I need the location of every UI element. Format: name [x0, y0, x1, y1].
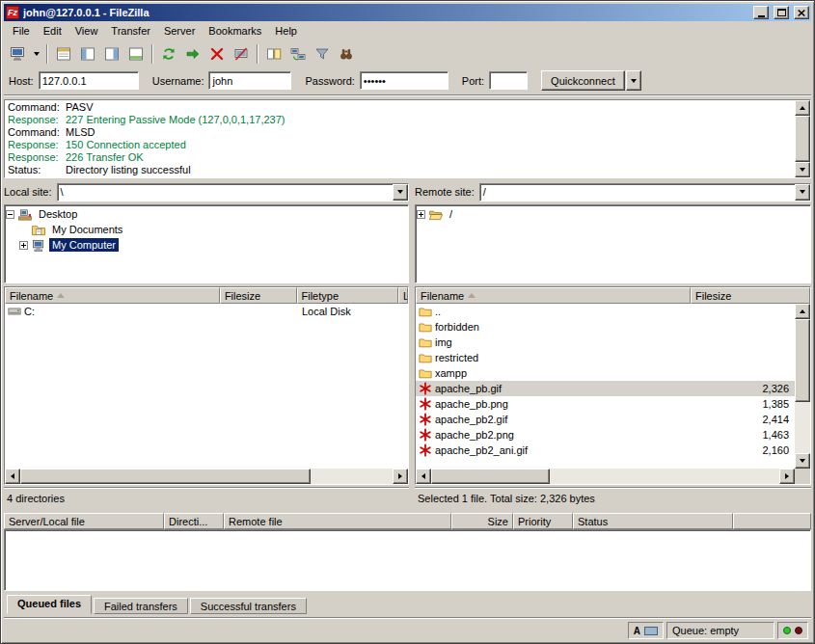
- scrollbar-track[interactable]: [795, 116, 810, 162]
- remote-file-row[interactable]: apache_pb2.gif 2,414: [416, 412, 795, 427]
- log-scrollbar[interactable]: [795, 100, 810, 177]
- local-site-combobox[interactable]: \: [57, 183, 409, 201]
- toggle-message-log-button[interactable]: [52, 43, 75, 65]
- scrollbar-thumb[interactable]: [20, 469, 311, 484]
- quickconnect-button[interactable]: Quickconnect: [541, 70, 625, 91]
- filter-button[interactable]: [311, 43, 334, 65]
- tree-item-my-computer[interactable]: My Computer: [19, 237, 407, 253]
- expand-icon[interactable]: [417, 210, 425, 219]
- menu-edit[interactable]: Edit: [37, 22, 68, 40]
- username-input[interactable]: [208, 71, 291, 90]
- remote-horizontal-scrollbar[interactable]: [416, 469, 795, 484]
- site-manager-button[interactable]: [6, 43, 29, 65]
- remote-site-dropdown-button[interactable]: [795, 184, 810, 201]
- remote-site-combobox[interactable]: /: [479, 183, 811, 201]
- column-header-direction[interactable]: Directi...: [164, 513, 224, 529]
- scroll-up-button[interactable]: [795, 304, 810, 319]
- collapse-icon[interactable]: [6, 210, 14, 219]
- scrollbar-track[interactable]: [20, 469, 393, 484]
- tab-queued-files[interactable]: Queued files: [7, 595, 92, 614]
- password-input[interactable]: [360, 71, 448, 90]
- site-manager-dropdown-button[interactable]: [30, 43, 42, 65]
- menu-server[interactable]: Server: [157, 22, 202, 40]
- column-label: Filename: [421, 290, 464, 302]
- titlebar[interactable]: Fz john@127.0.0.1 - FileZilla: [4, 4, 811, 21]
- refresh-button[interactable]: [157, 43, 180, 65]
- scroll-down-button[interactable]: [795, 162, 810, 177]
- arrow-left-icon: [421, 473, 425, 479]
- quickconnect-dropdown-button[interactable]: [626, 70, 641, 91]
- remote-file-row[interactable]: ..: [416, 304, 795, 319]
- toggle-remote-tree-button[interactable]: [100, 43, 123, 65]
- menu-file[interactable]: File: [6, 22, 37, 40]
- column-header-priority[interactable]: Priority: [513, 513, 573, 529]
- disconnect-button[interactable]: [230, 43, 253, 65]
- synchronized-browsing-button[interactable]: [286, 43, 310, 65]
- scrollbar-track[interactable]: [795, 319, 810, 453]
- toggle-queue-button[interactable]: [124, 43, 148, 65]
- scrollbar-thumb[interactable]: [795, 319, 810, 402]
- horizontal-splitter[interactable]: [4, 506, 811, 513]
- column-header-status[interactable]: Status: [573, 513, 733, 529]
- remote-file-row[interactable]: forbidden: [416, 319, 795, 335]
- column-header-last-modified[interactable]: L: [398, 287, 408, 304]
- tree-item-my-documents[interactable]: My Documents: [19, 222, 407, 237]
- scroll-right-button[interactable]: [393, 469, 408, 484]
- folder-icon: [418, 320, 433, 334]
- scroll-up-button[interactable]: [795, 100, 810, 116]
- arrow-down-icon: [800, 459, 805, 463]
- menu-transfer[interactable]: Transfer: [104, 22, 157, 40]
- find-button[interactable]: [335, 43, 358, 65]
- port-input[interactable]: [489, 71, 528, 90]
- remote-file-row[interactable]: apache_pb.png 1,385: [416, 396, 795, 412]
- local-horizontal-scrollbar[interactable]: [5, 469, 408, 484]
- chevron-down-icon: [397, 190, 403, 194]
- maximize-button[interactable]: [774, 6, 789, 19]
- process-queue-button[interactable]: [181, 43, 204, 65]
- menu-view[interactable]: View: [68, 22, 105, 40]
- local-file-row[interactable]: C: Local Disk: [5, 304, 408, 319]
- remote-file-row[interactable]: img: [416, 335, 795, 350]
- remote-pane: Remote site: / / Filename Filesize: [415, 182, 811, 506]
- scrollbar-thumb[interactable]: [795, 116, 810, 162]
- log-type: Command:: [8, 126, 66, 139]
- remote-file-row-selected[interactable]: apache_pb.gif 2,326: [416, 381, 795, 396]
- minimize-button[interactable]: [753, 6, 769, 19]
- column-header-size[interactable]: Size: [451, 513, 513, 529]
- toggle-local-tree-button[interactable]: [76, 43, 99, 65]
- remote-file-row[interactable]: xampp: [416, 365, 795, 381]
- queue-pane-icon: [128, 46, 144, 62]
- column-header-remote-file[interactable]: Remote file: [224, 513, 451, 529]
- column-header-filename[interactable]: Filename: [416, 287, 691, 304]
- remote-file-row[interactable]: apache_pb2.png 1,463: [416, 427, 795, 443]
- directory-comparison-button[interactable]: [262, 43, 285, 65]
- column-header-filetype[interactable]: Filetype: [297, 287, 399, 304]
- column-header-filename[interactable]: Filename: [5, 287, 220, 304]
- tree-item-desktop[interactable]: Desktop: [6, 206, 407, 222]
- refresh-icon: [161, 46, 177, 62]
- menu-bookmarks[interactable]: Bookmarks: [202, 22, 268, 40]
- tree-item-root[interactable]: /: [417, 206, 809, 222]
- scroll-left-button[interactable]: [5, 469, 20, 484]
- remote-vertical-scrollbar[interactable]: [795, 304, 810, 469]
- expand-icon[interactable]: [19, 241, 28, 250]
- column-header-filesize[interactable]: Filesize: [691, 287, 810, 304]
- tab-failed-transfers[interactable]: Failed transfers: [94, 598, 188, 614]
- column-header-filesize[interactable]: Filesize: [220, 287, 297, 304]
- computer-icon: [31, 238, 46, 253]
- local-site-dropdown-button[interactable]: [393, 184, 408, 201]
- scroll-left-button[interactable]: [416, 469, 431, 484]
- cancel-button[interactable]: [205, 43, 229, 65]
- scrollbar-track[interactable]: [431, 469, 779, 484]
- menu-help[interactable]: Help: [268, 22, 304, 40]
- scroll-down-button[interactable]: [795, 453, 810, 469]
- tab-successful-transfers[interactable]: Successful transfers: [190, 598, 307, 614]
- host-input[interactable]: [39, 71, 139, 90]
- column-header-server-local-file[interactable]: Server/Local file: [4, 513, 164, 529]
- remote-file-row[interactable]: apache_pb2_ani.gif 2,160: [416, 443, 795, 458]
- close-button[interactable]: [794, 6, 809, 19]
- scrollbar-thumb[interactable]: [431, 469, 550, 484]
- log-text: 227 Entering Passive Mode (127,0,0,1,17,…: [66, 114, 285, 126]
- scroll-right-button[interactable]: [779, 469, 795, 484]
- remote-file-row[interactable]: restricted: [416, 350, 795, 365]
